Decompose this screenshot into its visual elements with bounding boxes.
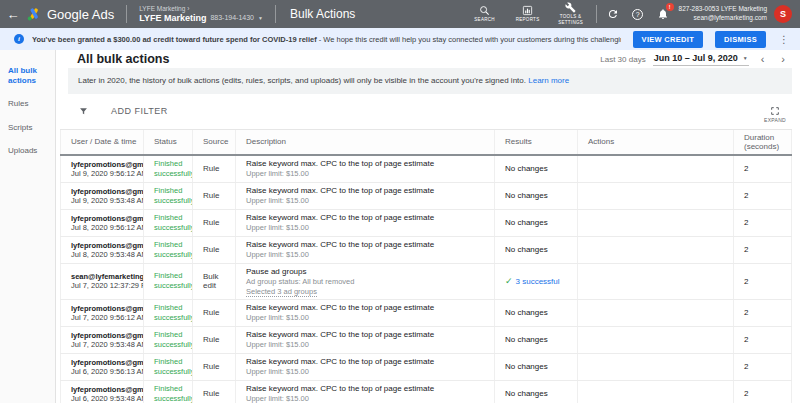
row-status: Finished successfully — [154, 186, 188, 206]
content-area: All bulk actions Last 30 days Jun 10 – J… — [56, 50, 800, 403]
table-row: lyfepromotions@gmail.co... Jul 7, 2020 9… — [60, 327, 792, 354]
row-actions — [578, 264, 734, 299]
sidebar-item-scripts[interactable]: Scripts — [0, 116, 55, 140]
row-description: Raise keyword max. CPC to the top of pag… — [246, 213, 490, 222]
row-results: No changes — [505, 245, 548, 254]
row-user: lyfepromotions@gmail.co... — [71, 304, 139, 313]
row-actions — [578, 300, 734, 326]
notice-text: Later in 2020, the history of bulk actio… — [78, 76, 526, 85]
row-status: Finished successfully — [154, 384, 188, 403]
next-period-button[interactable]: › — [776, 54, 790, 65]
row-datetime: Jul 9, 2020 9:53:48 AM — [71, 196, 139, 205]
expand-icon — [770, 106, 780, 116]
table-row: lyfepromotions@gmail.co... Jul 6, 2020 9… — [60, 354, 792, 381]
help-button[interactable]: ? — [629, 5, 647, 23]
column-header-user: User / Date & time — [60, 130, 144, 154]
row-datetime: Jul 7, 2020 12:37:29 PM — [71, 281, 139, 290]
row-actions — [578, 381, 734, 403]
row-duration: 2 — [734, 156, 792, 182]
table-row: lyfepromotions@gmail.co... Jul 6, 2020 9… — [60, 381, 792, 403]
brand-name: Google Ads — [47, 7, 114, 22]
column-header-duration: Duration (seconds) — [734, 130, 792, 154]
refresh-icon — [607, 8, 619, 20]
row-description-detail: Upper limit: $15.00 — [246, 196, 490, 205]
table-row: lyfepromotions@gmail.co... Jul 8, 2020 9… — [60, 237, 792, 264]
chevron-down-icon: ▼ — [258, 15, 263, 21]
dismiss-button[interactable]: DISMISS — [715, 31, 766, 48]
avatar[interactable]: S — [774, 5, 792, 23]
row-user: lyfepromotions@gmail.co... — [71, 358, 139, 367]
row-description: Raise keyword max. CPC to the top of pag… — [246, 303, 490, 312]
row-datetime: Jul 6, 2020 9:56:13 AM — [71, 367, 139, 376]
row-description: Raise keyword max. CPC to the top of pag… — [246, 384, 490, 393]
google-ads-logo[interactable]: Google Ads — [26, 7, 126, 22]
row-duration: 2 — [734, 210, 792, 236]
row-user: lyfepromotions@gmail.co... — [71, 241, 139, 250]
row-selection-link[interactable]: Selected 3 ad groups — [246, 287, 317, 297]
notifications-button[interactable]: ! — [654, 5, 672, 23]
row-results[interactable]: 3 successful — [516, 277, 560, 286]
page-heading: All bulk actions — [77, 52, 169, 66]
signed-in-account-info: 827-283-0053 LYFE Marketing sean@lyfemar… — [679, 5, 767, 23]
row-source: Rule — [203, 218, 231, 227]
sidebar-item-rules[interactable]: Rules — [0, 92, 55, 116]
bulk-actions-table: User / Date & time Status Source Descrip… — [60, 129, 792, 403]
sidebar: All bulk actions Rules Scripts Uploads — [0, 50, 56, 403]
row-actions — [578, 183, 734, 209]
column-header-results: Results — [495, 130, 578, 154]
search-icon — [479, 5, 490, 16]
banner-overflow-menu-icon[interactable]: ⋮ — [774, 34, 794, 45]
back-arrow-icon[interactable]: ← — [0, 7, 26, 22]
tools-settings-button[interactable]: TOOLS & SETTINGS — [553, 2, 589, 26]
search-button[interactable]: SEARCH — [467, 5, 503, 23]
top-app-bar: ← Google Ads LYFE Marketing › LYFE Marke… — [0, 0, 800, 28]
info-notice: Later in 2020, the history of bulk actio… — [68, 68, 792, 94]
column-header-status: Status — [144, 130, 193, 154]
table-body: lyfepromotions@gmail.co... Jul 9, 2020 9… — [60, 156, 792, 403]
row-user: lyfepromotions@gmail.co... — [71, 385, 139, 394]
google-ads-logo-icon — [26, 7, 42, 22]
row-status: Finished successfully — [154, 213, 188, 233]
table-row: lyfepromotions@gmail.co... Jul 9, 2020 9… — [60, 156, 792, 183]
row-source: Rule — [203, 308, 231, 317]
sidebar-item-all-bulk-actions[interactable]: All bulk actions — [0, 59, 55, 92]
sidebar-item-uploads[interactable]: Uploads — [0, 139, 55, 163]
row-description-detail: Upper limit: $15.00 — [246, 340, 490, 349]
account-name: LYFE Marketing — [139, 13, 206, 24]
row-source: Rule — [203, 362, 231, 371]
row-status: Finished successfully — [154, 357, 188, 377]
row-results: No changes — [505, 308, 548, 317]
reports-icon — [522, 5, 533, 16]
row-source: Bulk edit — [203, 272, 231, 290]
row-source: Rule — [203, 335, 231, 344]
row-description: Raise keyword max. CPC to the top of pag… — [246, 357, 490, 366]
table-row: lyfepromotions@gmail.co... Jul 7, 2020 9… — [60, 300, 792, 327]
account-switcher[interactable]: LYFE Marketing › LYFE Marketing 883-194-… — [127, 5, 275, 24]
previous-period-button[interactable]: ‹ — [756, 54, 770, 65]
row-duration: 2 — [734, 300, 792, 326]
row-source: Rule — [203, 164, 231, 173]
row-description-detail: Ad group status: All but removed — [246, 277, 490, 286]
row-status: Finished successfully — [154, 330, 188, 350]
date-range-value[interactable]: Jun 10 – Jul 9, 2020 ▼ — [653, 52, 749, 66]
expand-button[interactable]: EXPAND — [764, 106, 786, 123]
table-row: lyfepromotions@gmail.co... Jul 9, 2020 9… — [60, 183, 792, 210]
row-duration: 2 — [734, 183, 792, 209]
divider — [596, 5, 597, 23]
reports-button[interactable]: REPORTS — [510, 5, 546, 23]
row-description: Raise keyword max. CPC to the top of pag… — [246, 330, 490, 339]
add-filter-button[interactable]: ADD FILTER — [78, 106, 168, 117]
success-check-icon: ✓ — [505, 276, 513, 286]
refresh-button[interactable] — [604, 5, 622, 23]
account-email: sean@lyfemarketing.com — [679, 14, 767, 23]
row-actions — [578, 237, 734, 263]
learn-more-link[interactable]: Learn more — [528, 76, 569, 85]
row-status: Finished successfully — [154, 240, 188, 260]
account-breadcrumb: LYFE Marketing › — [139, 5, 263, 13]
row-datetime: Jul 9, 2020 9:56:12 AM — [71, 169, 139, 178]
credit-banner: i You've been granted a $300.00 ad credi… — [0, 28, 800, 50]
row-description: Raise keyword max. CPC to the top of pag… — [246, 159, 490, 168]
banner-message: You've been granted a $300.00 ad credit … — [32, 35, 621, 44]
view-credit-button[interactable]: VIEW CREDIT — [633, 31, 703, 48]
row-results: No changes — [505, 164, 548, 173]
